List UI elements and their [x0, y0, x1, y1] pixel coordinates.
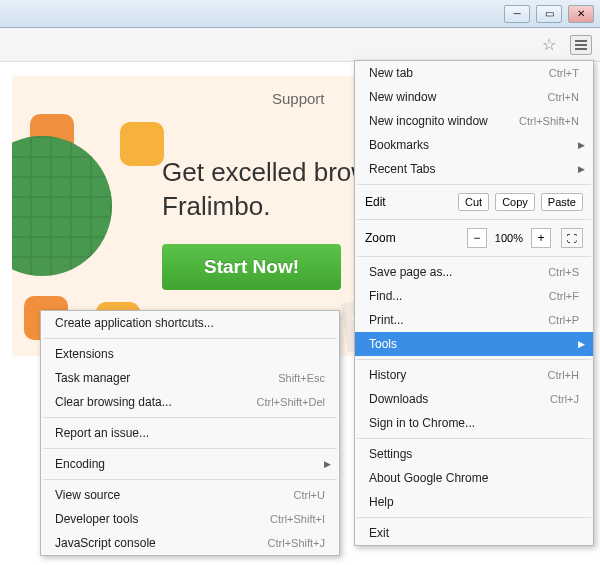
menu-new-incognito[interactable]: New incognito windowCtrl+Shift+N — [355, 109, 593, 133]
submenu-create-shortcuts[interactable]: Create application shortcuts... — [41, 311, 339, 335]
close-button[interactable]: ✕ — [568, 5, 594, 23]
menu-separator — [357, 438, 591, 439]
menu-separator — [357, 359, 591, 360]
headline-line2: Fralimbo. — [162, 191, 270, 221]
page-headline: Get excelled brow Fralimbo. — [162, 156, 370, 224]
submenu-clear-data[interactable]: Clear browsing data...Ctrl+Shift+Del — [41, 390, 339, 414]
chevron-right-icon: ▶ — [578, 339, 585, 349]
menu-about[interactable]: About Google Chrome — [355, 466, 593, 490]
menu-new-window[interactable]: New windowCtrl+N — [355, 85, 593, 109]
window-titlebar: ─ ▭ ✕ — [0, 0, 600, 28]
menu-separator — [43, 338, 337, 339]
menu-recent-tabs[interactable]: Recent Tabs▶ — [355, 157, 593, 181]
support-link[interactable]: Support — [272, 90, 325, 107]
submenu-extensions[interactable]: Extensions — [41, 342, 339, 366]
menu-save-page[interactable]: Save page as...Ctrl+S — [355, 260, 593, 284]
zoom-in-button[interactable]: + — [531, 228, 551, 248]
chevron-right-icon: ▶ — [578, 140, 585, 150]
submenu-javascript-console[interactable]: JavaScript consoleCtrl+Shift+J — [41, 531, 339, 555]
submenu-developer-tools[interactable]: Developer toolsCtrl+Shift+I — [41, 507, 339, 531]
menu-zoom-row: Zoom − 100% + ⛶ — [355, 223, 593, 253]
menu-tools[interactable]: Tools▶ — [355, 332, 593, 356]
headline-line1: Get excelled brow — [162, 157, 370, 187]
menu-separator — [357, 517, 591, 518]
menu-find[interactable]: Find...Ctrl+F — [355, 284, 593, 308]
menu-separator — [357, 219, 591, 220]
menu-print[interactable]: Print...Ctrl+P — [355, 308, 593, 332]
menu-settings[interactable]: Settings — [355, 442, 593, 466]
start-now-button[interactable]: Start Now! — [162, 244, 341, 290]
edit-label: Edit — [365, 195, 452, 209]
zoom-label: Zoom — [365, 231, 463, 245]
tools-submenu: Create application shortcuts... Extensio… — [40, 310, 340, 556]
globe-icon — [12, 136, 112, 276]
submenu-view-source[interactable]: View sourceCtrl+U — [41, 483, 339, 507]
menu-downloads[interactable]: DownloadsCtrl+J — [355, 387, 593, 411]
maximize-button[interactable]: ▭ — [536, 5, 562, 23]
fullscreen-button[interactable]: ⛶ — [561, 228, 583, 248]
menu-separator — [43, 417, 337, 418]
chevron-right-icon: ▶ — [578, 164, 585, 174]
chrome-main-menu: New tabCtrl+T New windowCtrl+N New incog… — [354, 60, 594, 546]
menu-help[interactable]: Help — [355, 490, 593, 514]
bookmark-star-icon[interactable]: ☆ — [538, 34, 560, 56]
menu-exit[interactable]: Exit — [355, 521, 593, 545]
menu-signin[interactable]: Sign in to Chrome... — [355, 411, 593, 435]
menu-history[interactable]: HistoryCtrl+H — [355, 363, 593, 387]
menu-separator — [357, 256, 591, 257]
zoom-value: 100% — [491, 232, 527, 244]
cut-button[interactable]: Cut — [458, 193, 489, 211]
chevron-right-icon: ▶ — [324, 459, 331, 469]
submenu-encoding[interactable]: Encoding▶ — [41, 452, 339, 476]
submenu-report-issue[interactable]: Report an issue... — [41, 421, 339, 445]
browser-toolbar: ☆ — [0, 28, 600, 62]
menu-separator — [357, 184, 591, 185]
copy-button[interactable]: Copy — [495, 193, 535, 211]
menu-separator — [43, 448, 337, 449]
menu-new-tab[interactable]: New tabCtrl+T — [355, 61, 593, 85]
minimize-button[interactable]: ─ — [504, 5, 530, 23]
menu-edit-row: Edit Cut Copy Paste — [355, 188, 593, 216]
paste-button[interactable]: Paste — [541, 193, 583, 211]
chrome-menu-button[interactable] — [570, 35, 592, 55]
zoom-out-button[interactable]: − — [467, 228, 487, 248]
app-icon — [120, 122, 164, 166]
menu-separator — [43, 479, 337, 480]
menu-bookmarks[interactable]: Bookmarks▶ — [355, 133, 593, 157]
submenu-task-manager[interactable]: Task managerShift+Esc — [41, 366, 339, 390]
